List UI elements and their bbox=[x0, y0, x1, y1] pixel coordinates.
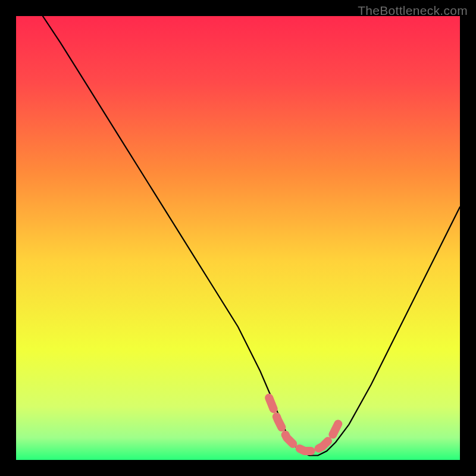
chart-svg bbox=[16, 16, 460, 460]
chart-plot bbox=[16, 16, 460, 460]
gradient-background bbox=[16, 16, 460, 460]
